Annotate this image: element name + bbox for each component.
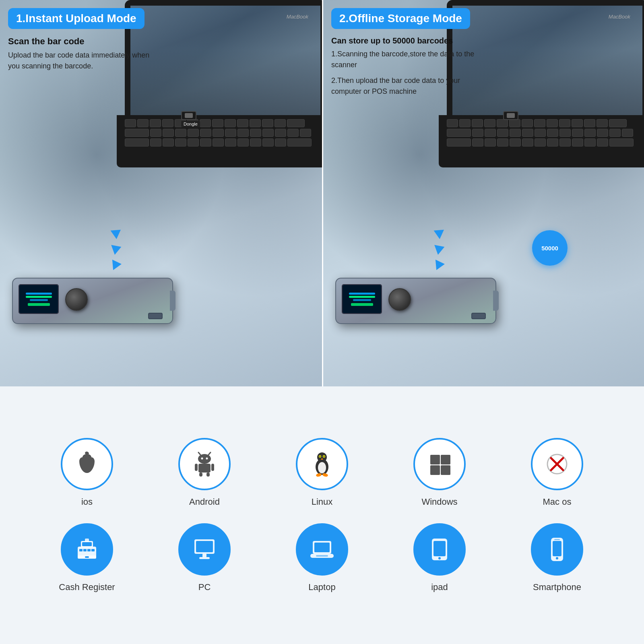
icon-item-laptop: Laptop — [275, 523, 369, 592]
mode2-heading: Can store up to 50000 barcodes — [331, 36, 484, 45]
svg-rect-30 — [82, 542, 92, 546]
macos-circle — [531, 438, 583, 490]
icons-grid: ios — [40, 438, 604, 592]
svg-point-48 — [438, 557, 441, 559]
svg-rect-40 — [202, 554, 206, 557]
mode2-badge: 2.Offline Storage Mode — [331, 8, 470, 29]
pc-circle — [178, 523, 231, 576]
cash-register-label: Cash Register — [59, 582, 115, 592]
svg-rect-51 — [554, 539, 560, 540]
svg-rect-7 — [195, 464, 198, 471]
svg-rect-43 — [314, 543, 330, 552]
macos-icon — [543, 450, 571, 478]
icon-item-linux: Linux — [275, 438, 369, 507]
svg-rect-31 — [79, 549, 83, 551]
usb-dongle-right — [503, 111, 518, 120]
linux-label: Linux — [312, 497, 333, 507]
svg-line-5 — [208, 452, 211, 455]
panel-right-text: Can store up to 50000 barcodes 1.Scannin… — [331, 36, 484, 97]
laptop-label: Laptop — [308, 582, 335, 592]
svg-rect-6 — [198, 464, 211, 473]
icon-item-pc: PC — [158, 523, 251, 592]
icon-item-ipad: ipad — [393, 523, 486, 592]
mode1-description: Upload the bar code data immediately whe… — [8, 50, 161, 72]
macos-label: Mac os — [543, 497, 572, 507]
cash-register-icon — [73, 535, 101, 564]
svg-rect-41 — [199, 557, 210, 559]
smartphone-icon — [543, 535, 571, 564]
svg-rect-34 — [91, 549, 95, 551]
laptop-icon — [308, 535, 336, 564]
windows-label: Windows — [421, 497, 457, 507]
svg-rect-45 — [316, 555, 328, 557]
apple-icon — [73, 450, 101, 478]
compatibility-section: ios — [0, 386, 644, 644]
mode1-heading: Scan the bar code — [8, 36, 161, 47]
svg-point-2 — [201, 458, 203, 460]
arrows-left — [113, 227, 122, 270]
svg-point-52 — [556, 557, 558, 559]
panel-instant-upload: MacBook — [0, 0, 322, 386]
panel-left-text: Scan the bar code Upload the bar code da… — [8, 36, 161, 72]
pc-icon — [190, 535, 219, 564]
icon-item-smartphone: Smartphone — [510, 523, 604, 592]
ios-circle — [61, 438, 113, 490]
windows-icon — [425, 450, 454, 478]
arrows-right — [436, 227, 445, 270]
mode1-badge: 1.Instant Upload Mode — [8, 8, 144, 29]
svg-rect-21 — [430, 455, 440, 464]
svg-line-4 — [198, 452, 200, 455]
svg-rect-9 — [199, 473, 202, 477]
svg-point-12 — [318, 462, 326, 473]
icon-item-macos: Mac os — [510, 438, 604, 507]
svg-rect-37 — [85, 539, 89, 542]
pc-label: PC — [198, 582, 211, 592]
icon-item-windows: Windows — [393, 438, 486, 507]
svg-rect-8 — [211, 464, 214, 471]
android-circle — [178, 438, 231, 490]
smartphone-circle — [531, 523, 583, 576]
storage-badge: 50000 — [532, 230, 568, 266]
mode2-line1: 1.Scanning the barcode,store the data to… — [331, 49, 484, 70]
usb-dongle-left: Dongle — [181, 111, 200, 127]
svg-point-3 — [206, 458, 208, 460]
smartphone-label: Smartphone — [533, 582, 581, 592]
svg-rect-22 — [441, 455, 450, 464]
svg-point-16 — [320, 456, 321, 457]
macbook-label: MacBook — [287, 14, 308, 20]
svg-rect-36 — [85, 556, 89, 558]
ipad-label: ipad — [431, 582, 448, 592]
icon-item-cash-register: Cash Register — [40, 523, 134, 592]
cash-register-circle — [61, 523, 113, 576]
svg-point-13 — [317, 452, 327, 462]
svg-rect-32 — [83, 549, 87, 551]
ipad-circle — [413, 523, 466, 576]
svg-rect-50 — [553, 541, 561, 556]
svg-rect-33 — [87, 549, 91, 551]
macbook-label-right: MacBook — [609, 14, 630, 20]
dongle-label: Dongle — [181, 121, 200, 127]
laptop-icon-circle — [296, 523, 348, 576]
svg-point-1 — [198, 454, 211, 464]
svg-point-17 — [324, 456, 325, 457]
android-icon — [190, 450, 219, 478]
icon-item-android: Android — [158, 438, 251, 507]
panel-offline-storage: MacBook — [322, 0, 644, 386]
windows-circle — [413, 438, 466, 490]
svg-rect-23 — [430, 465, 440, 475]
icon-item-ios: ios — [40, 438, 134, 507]
scanner-left — [12, 278, 181, 330]
svg-rect-10 — [206, 473, 210, 477]
svg-rect-24 — [441, 465, 450, 475]
ipad-icon — [425, 535, 454, 564]
ios-label: ios — [81, 497, 93, 507]
svg-rect-39 — [196, 541, 213, 552]
linux-circle — [296, 438, 348, 490]
scanner-right — [335, 278, 504, 330]
linux-icon — [308, 450, 336, 478]
mode2-line2: 2.Then upload the bar code data to your … — [331, 75, 484, 97]
svg-rect-47 — [433, 541, 446, 556]
android-label: Android — [189, 497, 220, 507]
